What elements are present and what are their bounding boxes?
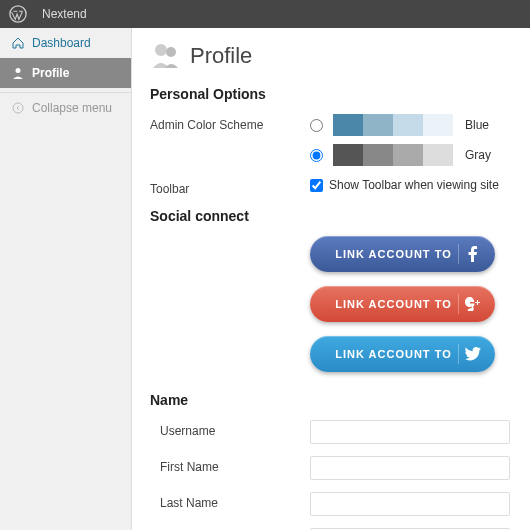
first-name-input[interactable] [310, 456, 510, 480]
admin-bar: Nextend [0, 0, 530, 28]
swatches-gray [333, 144, 453, 166]
swatch [393, 144, 423, 166]
color-scheme-blue[interactable]: Blue [310, 114, 512, 136]
swatch [363, 144, 393, 166]
color-scheme-gray[interactable]: Gray [310, 144, 512, 166]
username-input[interactable] [310, 420, 510, 444]
svg-point-2 [13, 103, 23, 113]
color-name-gray: Gray [465, 148, 491, 162]
google-plus-icon [465, 296, 481, 312]
label-admin-color-scheme: Admin Color Scheme [150, 114, 310, 132]
label-username: Username [150, 420, 310, 438]
sidebar-item-profile[interactable]: Profile [0, 58, 131, 88]
radio-gray[interactable] [310, 149, 323, 162]
sidebar-label: Collapse menu [32, 101, 112, 115]
link-google-button[interactable]: LINK ACCOUNT TO [310, 286, 495, 322]
swatch [363, 114, 393, 136]
swatches-blue [333, 114, 453, 136]
collapse-menu[interactable]: Collapse menu [0, 92, 131, 123]
link-button-label: LINK ACCOUNT TO [335, 248, 451, 260]
label-toolbar: Toolbar [150, 178, 310, 196]
main-content: Profile Personal Options Admin Color Sch… [132, 28, 530, 530]
toolbar-checkbox-label: Show Toolbar when viewing site [329, 178, 499, 192]
color-name-blue: Blue [465, 118, 489, 132]
site-name[interactable]: Nextend [42, 7, 87, 21]
profile-header-icon [150, 40, 182, 72]
swatch [393, 114, 423, 136]
user-icon [10, 65, 26, 81]
section-social-connect: Social connect [150, 208, 512, 224]
toolbar-checkbox-row[interactable]: Show Toolbar when viewing site [310, 178, 512, 192]
color-scheme-picker: Blue Gray [310, 114, 512, 166]
svg-point-3 [155, 44, 167, 56]
section-personal-options: Personal Options [150, 86, 512, 102]
link-facebook-button[interactable]: LINK ACCOUNT TO [310, 236, 495, 272]
section-name: Name [150, 392, 512, 408]
swatch [423, 144, 453, 166]
label-last-name: Last Name [150, 492, 310, 510]
sidebar-label: Dashboard [32, 36, 91, 50]
link-button-label: LINK ACCOUNT TO [335, 348, 451, 360]
label-first-name: First Name [150, 456, 310, 474]
swatch [333, 114, 363, 136]
swatch [423, 114, 453, 136]
page-header: Profile [150, 40, 512, 72]
svg-point-4 [166, 47, 176, 57]
radio-blue[interactable] [310, 119, 323, 132]
wordpress-logo-icon[interactable] [8, 4, 28, 24]
admin-sidebar: Dashboard Profile Collapse menu [0, 28, 132, 530]
sidebar-label: Profile [32, 66, 69, 80]
swatch [333, 144, 363, 166]
link-button-label: LINK ACCOUNT TO [335, 298, 451, 310]
page-title: Profile [190, 43, 252, 69]
collapse-icon [10, 100, 26, 116]
link-twitter-button[interactable]: LINK ACCOUNT TO [310, 336, 495, 372]
facebook-icon [465, 246, 481, 262]
toolbar-checkbox[interactable] [310, 179, 323, 192]
home-icon [10, 35, 26, 51]
sidebar-item-dashboard[interactable]: Dashboard [0, 28, 131, 58]
svg-point-1 [16, 68, 21, 73]
last-name-input[interactable] [310, 492, 510, 516]
twitter-icon [465, 346, 481, 362]
